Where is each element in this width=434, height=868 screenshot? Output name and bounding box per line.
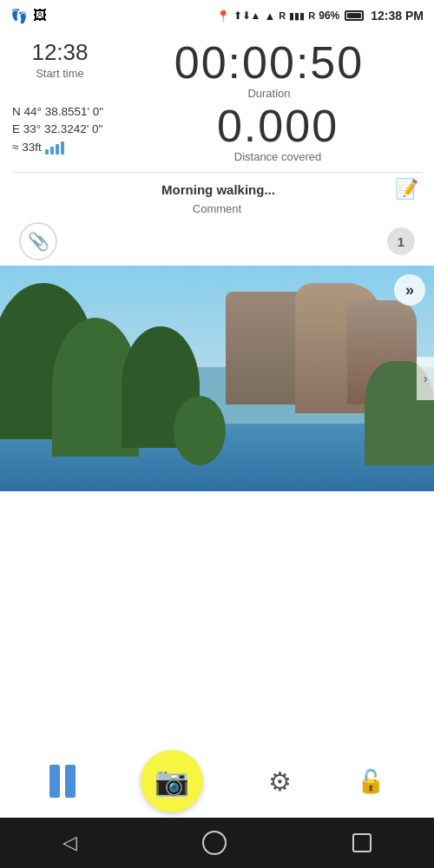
start-time-value: 12:38 <box>12 40 108 65</box>
bottom-toolbar: 📷 ⚙ 🔓 <box>0 746 434 816</box>
status-icons: 👣 🖼 <box>10 8 47 24</box>
comment-label: Comment <box>12 202 422 215</box>
shrub-1 <box>174 396 226 465</box>
forward-icon: » <box>405 281 414 299</box>
home-button[interactable] <box>202 831 227 855</box>
distance-value: 0.000 <box>134 103 422 148</box>
location-icon: 📍 <box>216 10 230 23</box>
duration-block: 00:00:50 Duration <box>116 40 422 100</box>
side-expand-button[interactable]: › <box>417 357 434 400</box>
battery-level: 96% <box>319 10 339 22</box>
back-button[interactable]: ◁ <box>62 832 77 854</box>
foot-icon: 👣 <box>10 8 28 24</box>
battery-icon <box>345 10 364 21</box>
divider-1 <box>12 172 422 173</box>
sim2-icon: R <box>308 10 315 21</box>
pause-button[interactable] <box>49 765 76 798</box>
start-time-label: Start time <box>12 67 108 80</box>
comment-row[interactable]: Morning walking... 📝 <box>12 178 422 201</box>
action-row: 📎 1 <box>12 220 422 262</box>
recents-button[interactable] <box>352 833 372 852</box>
camera-icon: 📷 <box>155 765 189 798</box>
gps-row: N 44° 38.8551' 0" E 33° 32.3242' 0" ≈ 33… <box>12 103 422 163</box>
distance-block: 0.000 Distance covered <box>134 103 422 163</box>
start-time-block: 12:38 Start time <box>12 40 108 80</box>
pause-bar-right <box>65 765 76 798</box>
spacer <box>0 491 434 517</box>
bars-icon: ▮▮▮ <box>289 10 305 22</box>
comment-text: Morning walking... <box>42 182 395 197</box>
attachment-button[interactable]: 📎 <box>19 222 57 260</box>
sim-icon: R <box>279 10 286 21</box>
status-right: 📍 ⬆⬇▲ ▲ R ▮▮▮ R 96% 12:38 PM <box>216 9 424 23</box>
photo-badge[interactable]: 1 <box>387 227 415 255</box>
gps-latitude: N 44° 38.8551' 0" <box>12 103 125 121</box>
side-arrow-icon: › <box>424 372 428 385</box>
status-time: 12:38 PM <box>371 9 424 23</box>
signal-icons: ⬆⬇▲ <box>233 10 261 22</box>
photo-area: » › <box>0 266 434 491</box>
camera-button[interactable]: 📷 <box>141 750 203 812</box>
gear-icon: ⚙ <box>268 767 292 796</box>
pause-bar-left <box>49 765 60 798</box>
gps-longitude: E 33° 32.3242' 0" <box>12 121 125 138</box>
duration-label: Duration <box>116 87 422 100</box>
gps-info: N 44° 38.8551' 0" E 33° 32.3242' 0" ≈ 33… <box>12 103 125 156</box>
status-bar: 👣 🖼 📍 ⬆⬇▲ ▲ R ▮▮▮ R 96% 12:38 PM <box>0 0 434 31</box>
wifi-icon: ▲ <box>264 10 275 23</box>
unlock-icon: 🔓 <box>357 768 385 794</box>
paperclip-icon: 📎 <box>28 231 49 252</box>
gps-accuracy-text: ≈ 33ft <box>12 139 42 156</box>
distance-label: Distance covered <box>134 150 422 163</box>
forward-button[interactable]: » <box>394 274 425 306</box>
top-row: 12:38 Start time 00:00:50 Duration <box>12 40 422 100</box>
nav-bar: ◁ <box>0 818 434 868</box>
image-icon: 🖼 <box>33 8 47 23</box>
settings-button[interactable]: ⚙ <box>268 766 292 797</box>
photo-scene: » › <box>0 266 434 491</box>
gps-accuracy: ≈ 33ft <box>12 139 125 156</box>
main-content: 12:38 Start time 00:00:50 Duration N 44°… <box>0 31 434 262</box>
lock-button[interactable]: 🔓 <box>357 768 385 795</box>
signal-strength-icon <box>45 141 64 155</box>
duration-value: 00:00:50 <box>116 40 422 85</box>
edit-comment-icon[interactable]: 📝 <box>395 178 418 201</box>
